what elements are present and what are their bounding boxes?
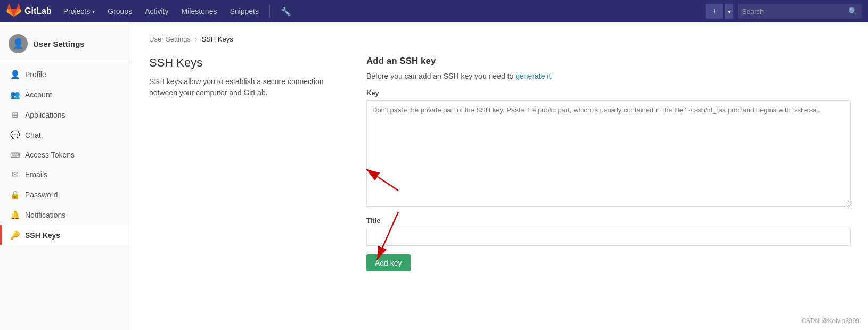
avatar-icon: 👤: [12, 38, 24, 50]
add-ssh-key-title: Add an SSH key: [366, 56, 851, 67]
logo-text: GitLab: [24, 6, 52, 16]
main-layout: 👤 User Settings 👤 Profile 👥 Account ⊞ Ap…: [0, 22, 868, 330]
generate-link[interactable]: generate it.: [515, 72, 553, 80]
access-tokens-icon: ⌨: [10, 151, 20, 159]
title-label: Title: [366, 217, 851, 225]
sidebar-label-password: Password: [25, 191, 58, 199]
chat-icon: 💬: [10, 130, 20, 140]
nav-groups[interactable]: Groups: [102, 0, 137, 22]
breadcrumb-parent[interactable]: User Settings: [149, 35, 191, 43]
sidebar-label-profile: Profile: [25, 70, 46, 79]
password-icon: 🔒: [10, 190, 20, 200]
search-box: 🔍: [738, 4, 862, 19]
sidebar-title: User Settings: [33, 39, 85, 48]
add-key-button[interactable]: Add key: [366, 254, 411, 271]
before-text-prefix: Before you can add an SSH key you need t…: [366, 72, 515, 80]
sidebar-label-notifications: Notifications: [25, 211, 65, 219]
title-input[interactable]: [366, 228, 851, 246]
nav-divider: [269, 5, 270, 18]
watermark: CSDN @Kelvin3999: [801, 317, 859, 325]
search-input[interactable]: [742, 7, 848, 15]
nav-projects[interactable]: Projects ▾: [58, 0, 101, 22]
nav-snippets[interactable]: Snippets: [224, 0, 264, 22]
breadcrumb-separator: ›: [195, 35, 197, 43]
sidebar-label-ssh-keys: SSH Keys: [25, 231, 60, 240]
new-item-caret[interactable]: ▾: [725, 4, 733, 19]
page-title: SSH Keys: [149, 56, 341, 70]
applications-icon: ⊞: [10, 110, 20, 120]
sidebar-label-applications: Applications: [25, 111, 65, 119]
main-content: User Settings › SSH Keys SSH Keys SSH ke…: [132, 22, 868, 330]
sidebar-item-ssh-keys[interactable]: 🔑 SSH Keys: [0, 225, 132, 245]
add-key-area: Add key: [366, 254, 851, 271]
sidebar-item-access-tokens[interactable]: ⌨ Access Tokens: [0, 145, 132, 164]
sidebar-label-chat: Chat: [25, 131, 41, 139]
sidebar: 👤 User Settings 👤 Profile 👥 Account ⊞ Ap…: [0, 22, 132, 330]
sidebar-item-chat[interactable]: 💬 Chat: [0, 125, 132, 145]
sidebar-label-emails: Emails: [25, 170, 47, 179]
page-description: SSH keys allow you to establish a secure…: [149, 76, 341, 98]
sidebar-item-notifications[interactable]: 🔔 Notifications: [0, 205, 132, 225]
before-text: Before you can add an SSH key you need t…: [366, 72, 851, 80]
search-icon: 🔍: [848, 7, 857, 15]
account-icon: 👥: [10, 90, 20, 100]
left-panel: SSH Keys SSH keys allow you to establish…: [149, 56, 341, 271]
sidebar-label-account: Account: [25, 90, 52, 99]
key-textarea[interactable]: [366, 100, 851, 207]
breadcrumb-current: SSH Keys: [201, 35, 233, 43]
wrench-icon: 🔧: [281, 6, 291, 16]
sidebar-item-profile[interactable]: 👤 Profile: [0, 64, 132, 85]
sidebar-item-applications[interactable]: ⊞ Applications: [0, 105, 132, 125]
top-navigation: GitLab Projects ▾ Groups Activity Milest…: [0, 0, 868, 22]
avatar: 👤: [9, 34, 28, 53]
sidebar-header: 👤 User Settings: [0, 29, 132, 62]
right-panel: Add an SSH key Before you can add an SSH…: [366, 56, 851, 271]
logo[interactable]: GitLab: [6, 4, 52, 19]
nav-milestones[interactable]: Milestones: [176, 0, 223, 22]
content-area: SSH Keys SSH keys allow you to establish…: [149, 56, 851, 271]
gitlab-logo-icon: [6, 4, 21, 19]
nav-wrench[interactable]: 🔧: [275, 0, 297, 22]
caret-icon: ▾: [92, 9, 95, 14]
notifications-icon: 🔔: [10, 210, 20, 220]
new-item-button[interactable]: +: [706, 4, 723, 19]
title-field-group: Title: [366, 217, 851, 246]
breadcrumb: User Settings › SSH Keys: [149, 35, 851, 43]
sidebar-label-access-tokens: Access Tokens: [25, 151, 75, 159]
profile-icon: 👤: [10, 70, 20, 79]
key-label: Key: [366, 89, 851, 97]
emails-icon: ✉: [10, 170, 20, 179]
key-field-group: Key: [366, 89, 851, 208]
nav-activity[interactable]: Activity: [140, 0, 174, 22]
sidebar-item-password[interactable]: 🔒 Password: [0, 185, 132, 205]
sidebar-item-account[interactable]: 👥 Account: [0, 85, 132, 105]
sidebar-item-emails[interactable]: ✉ Emails: [0, 164, 132, 185]
ssh-key-icon: 🔑: [10, 230, 20, 240]
